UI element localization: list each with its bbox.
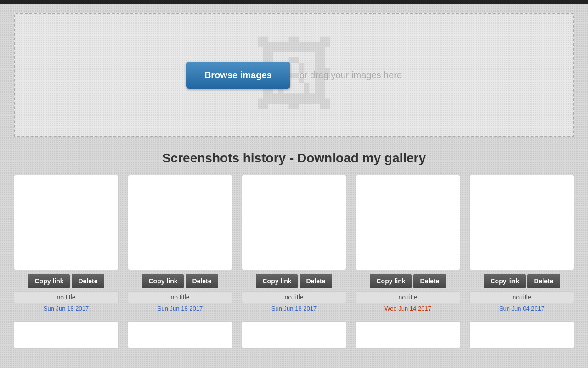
gallery-grid-row2	[0, 321, 588, 349]
gallery-grid: Copy link Delete no title Sun Jun 18 201…	[0, 175, 588, 312]
image-title: no title	[242, 291, 346, 303]
action-buttons: Copy link Delete	[256, 274, 332, 288]
top-bar	[0, 0, 588, 4]
upload-zone[interactable]: 🖼 Browse images or drag your images here	[14, 13, 574, 137]
upload-content: Browse images or drag your images here	[186, 62, 402, 89]
drag-text: or drag your images here	[300, 70, 402, 80]
image-date: Sun Jun 04 2017	[499, 305, 544, 312]
copy-link-button[interactable]: Copy link	[142, 274, 184, 288]
image-date: Wed Jun 14 2017	[384, 305, 431, 312]
copy-link-button[interactable]: Copy link	[256, 274, 298, 288]
delete-button[interactable]: Delete	[527, 274, 560, 288]
image-date: Sun Jun 18 2017	[158, 305, 203, 312]
image-thumbnail-partial	[14, 321, 119, 349]
action-buttons: Copy link Delete	[484, 274, 560, 288]
action-buttons: Copy link Delete	[142, 274, 218, 288]
gallery-item-partial	[469, 321, 574, 349]
gallery-item: Copy link Delete no title Sun Jun 18 201…	[14, 175, 119, 312]
copy-link-button[interactable]: Copy link	[370, 274, 412, 288]
gallery-item-partial	[128, 321, 232, 349]
image-title: no title	[356, 291, 460, 303]
image-thumbnail-partial	[242, 321, 346, 349]
action-buttons: Copy link Delete	[28, 274, 104, 288]
delete-button[interactable]: Delete	[186, 274, 218, 288]
image-title: no title	[469, 291, 574, 303]
copy-link-button[interactable]: Copy link	[28, 274, 70, 288]
section-title: Screenshots history - Download my galler…	[0, 151, 588, 166]
image-date: Sun Jun 18 2017	[271, 305, 317, 312]
delete-button[interactable]: Delete	[72, 274, 104, 288]
gallery-item-partial	[356, 321, 460, 349]
copy-link-button[interactable]: Copy link	[484, 274, 526, 288]
gallery-item: Copy link Delete no title Sun Jun 04 201…	[469, 175, 574, 312]
image-title: no title	[128, 291, 232, 303]
image-thumbnail	[356, 175, 460, 270]
image-title: no title	[14, 291, 119, 303]
image-thumbnail	[469, 175, 574, 270]
image-thumbnail	[242, 175, 346, 270]
image-thumbnail	[128, 175, 232, 270]
gallery-item: Copy link Delete no title Wed Jun 14 201…	[356, 175, 460, 312]
delete-button[interactable]: Delete	[300, 274, 332, 288]
image-thumbnail-partial	[469, 321, 574, 349]
image-thumbnail-partial	[128, 321, 232, 349]
gallery-item-partial	[14, 321, 119, 349]
gallery-item: Copy link Delete no title Sun Jun 18 201…	[242, 175, 346, 312]
browse-button[interactable]: Browse images	[186, 62, 290, 89]
image-thumbnail-partial	[356, 321, 460, 349]
delete-button[interactable]: Delete	[413, 274, 446, 288]
gallery-item: Copy link Delete no title Sun Jun 18 201…	[128, 175, 232, 312]
image-date: Sun Jun 18 2017	[44, 305, 89, 312]
gallery-item-partial	[242, 321, 346, 349]
action-buttons: Copy link Delete	[370, 274, 446, 288]
image-thumbnail	[14, 175, 119, 270]
